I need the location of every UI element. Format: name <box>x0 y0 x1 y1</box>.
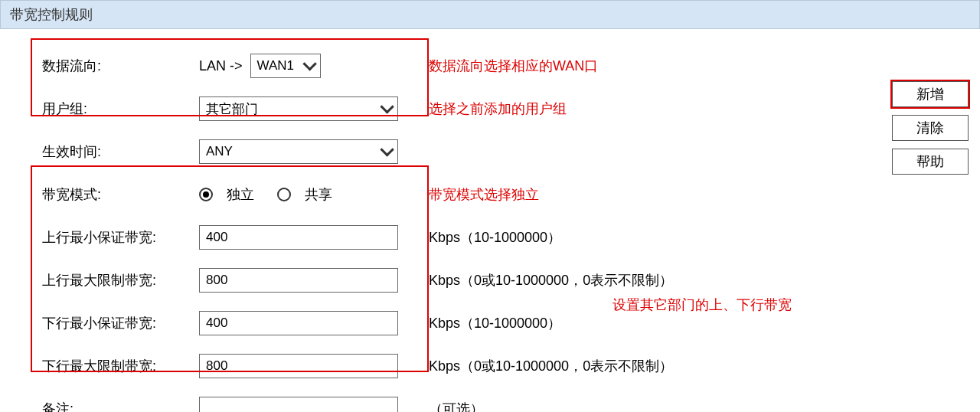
label-remark: 备注: <box>31 400 199 412</box>
hint-down-min: Kbps（10-1000000） <box>421 314 561 332</box>
input-down-max[interactable] <box>199 354 398 378</box>
note-group: 选择之前添加的用户组 <box>421 100 567 118</box>
label-bandwidth-mode: 带宽模式: <box>31 185 199 204</box>
note-bandwidth: 设置其它部门的上、下行带宽 <box>612 296 792 314</box>
select-wan[interactable]: WAN1 <box>250 54 321 78</box>
chevron-down-icon <box>377 143 394 160</box>
help-button[interactable]: 帮助 <box>892 149 969 175</box>
label-user-group: 用户组: <box>31 100 199 118</box>
note-mode: 带宽模式选择独立 <box>421 185 539 204</box>
clear-button[interactable]: 清除 <box>892 115 969 141</box>
select-effective-time-value: ANY <box>206 144 233 159</box>
chevron-down-icon <box>377 100 394 117</box>
lan-prefix: LAN -> <box>199 58 243 74</box>
label-down-max: 下行最大限制带宽: <box>31 357 199 375</box>
label-down-min: 下行最小保证带宽: <box>31 314 199 332</box>
chevron-down-icon <box>300 57 317 74</box>
input-remark[interactable] <box>199 397 398 412</box>
select-effective-time[interactable]: ANY <box>199 139 398 164</box>
input-up-min[interactable] <box>199 225 398 250</box>
select-user-group[interactable]: 其它部门 <box>199 96 398 121</box>
radio-shared-label: 共享 <box>305 185 332 204</box>
input-up-max[interactable] <box>199 268 398 293</box>
label-up-max: 上行最大限制带宽: <box>31 271 199 289</box>
radio-independent-label: 独立 <box>227 185 254 204</box>
input-down-min[interactable] <box>199 311 398 335</box>
hint-remark: （可选） <box>421 400 484 412</box>
radio-independent[interactable] <box>199 188 213 201</box>
label-effective-time: 生效时间: <box>31 142 199 161</box>
add-button[interactable]: 新增 <box>892 81 969 107</box>
hint-up-min: Kbps（10-1000000） <box>421 228 561 247</box>
hint-up-max: Kbps（0或10-1000000，0表示不限制） <box>421 271 673 289</box>
label-data-direction: 数据流向: <box>31 57 199 75</box>
select-wan-value: WAN1 <box>257 58 295 74</box>
hint-down-max: Kbps（0或10-1000000，0表示不限制） <box>421 357 673 375</box>
select-user-group-value: 其它部门 <box>206 100 258 118</box>
label-up-min: 上行最小保证带宽: <box>31 228 199 247</box>
page-title: 带宽控制规则 <box>0 0 980 29</box>
note-direction: 数据流向选择相应的WAN口 <box>421 57 598 75</box>
radio-shared[interactable] <box>277 188 291 201</box>
